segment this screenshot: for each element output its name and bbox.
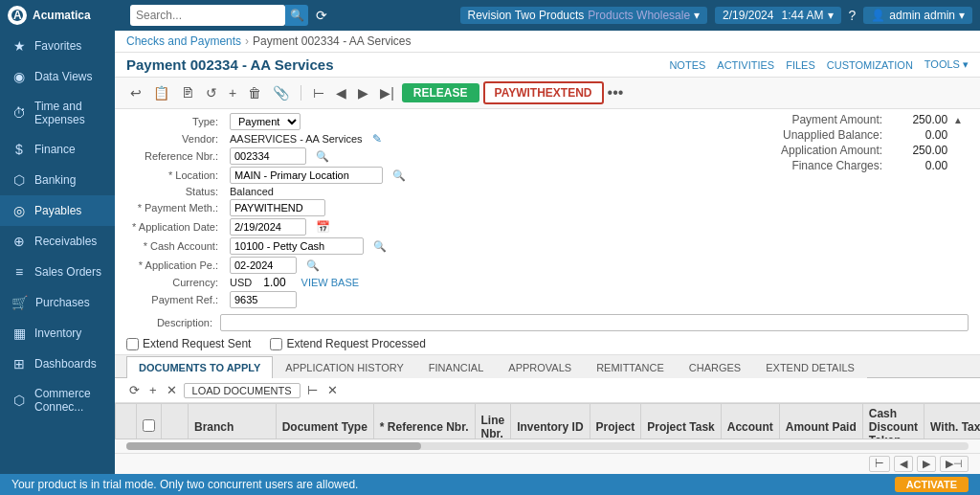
history-icon[interactable]: ⟳ xyxy=(316,8,327,23)
th-project-task[interactable]: Project Task xyxy=(641,404,721,439)
tab-extend-details[interactable]: EXTEND DETAILS xyxy=(753,356,867,378)
sidebar-item-receivables[interactable]: ⊕ Receivables xyxy=(0,226,115,257)
refresh-button[interactable]: ↺ xyxy=(202,83,221,102)
th-ref-nbr[interactable]: * Reference Nbr. xyxy=(373,404,475,439)
tab-application-history[interactable]: APPLICATION HISTORY xyxy=(273,356,415,378)
sidebar-item-favorites[interactable]: ★ Favorites xyxy=(0,31,115,61)
notes-button[interactable]: NOTES xyxy=(669,58,705,71)
date-box[interactable]: 2/19/2024 1:44 AM ▾ xyxy=(715,7,840,24)
extend-request-sent-checkbox[interactable] xyxy=(126,338,139,350)
page-next-button[interactable]: ▶ xyxy=(917,456,936,472)
tab-financial[interactable]: FINANCIAL xyxy=(416,356,496,378)
tab-remittance[interactable]: REMITTANCE xyxy=(584,356,677,378)
table-refresh-button[interactable]: ⟳ xyxy=(126,382,143,398)
sidebar-item-dataviews[interactable]: ◉ Data Views xyxy=(0,61,115,92)
tab-approvals[interactable]: APPROVALS xyxy=(496,356,584,378)
th-doc-type[interactable]: Document Type xyxy=(276,404,373,439)
delete-button[interactable]: 🗑 xyxy=(244,83,265,102)
last-button[interactable]: ▶| xyxy=(376,83,398,102)
app-date-input[interactable] xyxy=(230,218,306,236)
extend-request-processed-checkbox[interactable] xyxy=(270,338,282,350)
fit-cols-button[interactable]: ⊢ xyxy=(304,382,321,398)
copy-button[interactable]: 📋 xyxy=(149,83,173,102)
form-left: Type: Payment Vendor: AASERVICES - AA Se… xyxy=(126,113,679,310)
activities-button[interactable]: ACTIVITIES xyxy=(717,58,774,71)
search-input[interactable] xyxy=(130,5,285,26)
sidebar-label-payables: Payables xyxy=(34,204,81,217)
vendor-edit-icon[interactable]: ✎ xyxy=(372,132,382,146)
th-amount-paid[interactable]: Amount Paid xyxy=(779,404,862,439)
scroll-bar-area[interactable] xyxy=(115,439,980,453)
page-first-button[interactable]: ⊢ xyxy=(869,456,890,472)
th-project[interactable]: Project xyxy=(590,404,641,439)
undo-button[interactable]: ↩ xyxy=(126,83,145,102)
paste-button[interactable]: 🖹 xyxy=(177,83,198,102)
description-input[interactable] xyxy=(220,314,969,331)
th-line-nbr[interactable]: LineNbr. xyxy=(475,404,511,439)
release-button[interactable]: RELEASE xyxy=(402,83,479,102)
h-scroll-thumb[interactable] xyxy=(126,442,421,450)
sidebar-item-purchases[interactable]: 🛒 Purchases xyxy=(0,287,115,318)
sidebar-item-inventory[interactable]: ▦ Inventory xyxy=(0,318,115,349)
prev-button[interactable]: ◀ xyxy=(332,83,350,102)
sidebar-item-finance[interactable]: $ Finance xyxy=(0,134,115,165)
table-add-button[interactable]: + xyxy=(146,382,160,398)
add-button[interactable]: + xyxy=(225,83,240,102)
app-date-calendar-icon[interactable]: 📅 xyxy=(316,220,330,234)
extend-request-processed-checkbox-label[interactable]: Extend Request Processed xyxy=(270,337,425,350)
paywithextend-button[interactable]: PAYWITHEXTEND xyxy=(483,81,604,104)
page-prev-button[interactable]: ◀ xyxy=(894,456,913,472)
sidebar-item-salesorders[interactable]: ≡ Sales Orders xyxy=(0,257,115,287)
breadcrumb-parent[interactable]: Checks and Payments xyxy=(126,34,241,48)
type-select[interactable]: Payment xyxy=(230,113,301,130)
attach-button[interactable]: 📎 xyxy=(269,83,293,102)
tools-button[interactable]: TOOLS ▾ xyxy=(924,58,969,71)
location-search-icon[interactable]: 🔍 xyxy=(392,169,406,182)
tab-documents-to-apply[interactable]: DOCUMENTS TO APPLY xyxy=(126,356,273,378)
th-cash-discount[interactable]: CashDiscountTaken xyxy=(862,404,924,439)
sidebar-item-time[interactable]: ⏱ Time and Expenses xyxy=(0,92,115,134)
cash-account-input[interactable] xyxy=(230,237,364,255)
cash-account-search-icon[interactable]: 🔍 xyxy=(373,240,387,253)
collapse-form-button[interactable]: ▲ xyxy=(947,113,969,127)
search-wrapper: 🔍 xyxy=(130,5,308,26)
sidebar-item-banking[interactable]: ⬡ Banking xyxy=(0,165,115,195)
ref-nbr-search-icon[interactable]: 🔍 xyxy=(316,150,329,163)
finance-icon: $ xyxy=(11,142,27,157)
th-branch[interactable]: Branch xyxy=(189,404,277,439)
page-last-button[interactable]: ▶⊣ xyxy=(940,456,969,472)
table-delete-button[interactable]: ✕ xyxy=(164,382,180,398)
data-table-wrap[interactable]: Branch Document Type * Reference Nbr. Li… xyxy=(115,403,980,439)
help-button[interactable]: ? xyxy=(849,8,857,23)
tab-charges[interactable]: CHARGES xyxy=(677,356,753,378)
next-button[interactable]: ▶ xyxy=(354,83,372,102)
th-inventory-id[interactable]: Inventory ID xyxy=(511,404,590,439)
th-with-tax[interactable]: With. Tax xyxy=(924,404,980,439)
h-scroll-track[interactable] xyxy=(126,442,969,450)
files-button[interactable]: FILES xyxy=(786,58,815,71)
first-button[interactable]: ⊢ xyxy=(309,83,328,102)
activate-button[interactable]: ACTIVATE xyxy=(895,477,969,492)
sidebar-item-commerce-connect[interactable]: ⬡ Commerce Connec... xyxy=(0,379,115,421)
ref-nbr-input[interactable] xyxy=(230,147,306,165)
admin-box[interactable]: 👤 admin admin ▾ xyxy=(863,7,972,24)
location-input[interactable] xyxy=(230,167,383,184)
customization-button[interactable]: CUSTOMIZATION xyxy=(827,58,913,71)
user-label: admin admin xyxy=(889,9,955,22)
search-button[interactable]: 🔍 xyxy=(285,5,308,26)
app-period-search-icon[interactable]: 🔍 xyxy=(306,259,320,272)
revision-box[interactable]: Revision Two Products Products Wholesale… xyxy=(460,7,708,24)
breadcrumb-sep: › xyxy=(245,34,249,48)
th-account[interactable]: Account xyxy=(721,404,779,439)
select-all-checkbox[interactable] xyxy=(143,419,155,432)
load-documents-button[interactable]: LOAD DOCUMENTS xyxy=(184,383,301,398)
app-period-input[interactable] xyxy=(230,257,297,274)
payment-ref-input[interactable] xyxy=(230,291,297,308)
export-button[interactable]: ✕ xyxy=(324,382,341,398)
sidebar-item-payables[interactable]: ◎ Payables xyxy=(0,195,115,226)
more-button[interactable]: ••• xyxy=(608,84,624,101)
extend-request-sent-checkbox-label[interactable]: Extend Request Sent xyxy=(126,337,251,350)
payment-meth-input[interactable] xyxy=(230,199,325,216)
view-base-button[interactable]: VIEW BASE xyxy=(301,277,360,288)
sidebar-item-dashboards[interactable]: ⊞ Dashboards xyxy=(0,349,115,379)
